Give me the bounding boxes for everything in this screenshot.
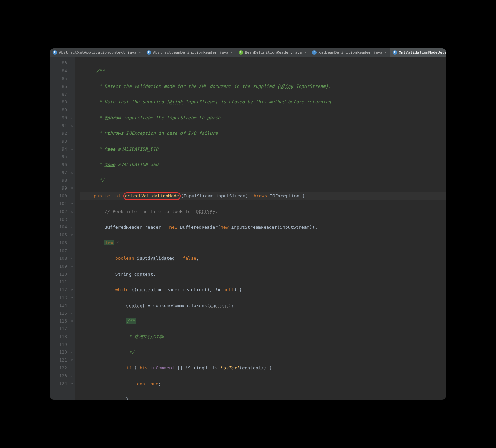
fold-marker[interactable] (69, 176, 75, 184)
fold-marker[interactable] (69, 138, 75, 145)
line-number[interactable]: 85 (50, 75, 67, 83)
fold-marker[interactable] (69, 192, 75, 200)
fold-marker[interactable]: ⊟ (69, 145, 75, 153)
fold-marker[interactable]: ⊟ (69, 356, 75, 364)
tab-label: XmlValidationModeDetector.java (399, 50, 446, 55)
line-number[interactable]: 103 (50, 216, 67, 224)
line-number[interactable]: 124 (50, 380, 67, 388)
line-number[interactable]: 99 (50, 184, 67, 192)
line-number[interactable]: 102 (50, 208, 67, 216)
line-number[interactable]: 86 (50, 83, 67, 91)
line-number[interactable]: 95 (50, 153, 67, 161)
line-number[interactable]: 100 (50, 192, 67, 200)
line-number[interactable]: 116 (50, 317, 67, 325)
line-number[interactable]: 98 (50, 176, 67, 184)
line-number[interactable]: 84 (50, 67, 67, 75)
fold-marker[interactable]: ⌐ (69, 380, 75, 388)
fold-marker[interactable]: ⊟ (69, 184, 75, 192)
line-number[interactable]: 87 (50, 91, 67, 99)
fold-marker[interactable] (69, 271, 75, 278)
code: String (115, 272, 134, 277)
line-number[interactable]: 97 (50, 169, 67, 177)
fold-marker[interactable] (69, 278, 75, 286)
line-number[interactable]: 93 (50, 138, 67, 145)
fold-marker[interactable] (69, 98, 75, 106)
line-number[interactable]: 109 (50, 263, 67, 271)
line-number[interactable]: 108 (50, 255, 67, 263)
fold-marker[interactable]: ⌐ (69, 294, 75, 302)
doc-see-tag: @see (104, 162, 115, 167)
fold-marker[interactable]: ⌐ (69, 286, 75, 294)
fold-marker[interactable] (69, 216, 75, 224)
fold-marker[interactable] (69, 91, 75, 99)
fold-marker[interactable] (69, 247, 75, 255)
fold-marker[interactable]: ⊟ (69, 317, 75, 325)
fold-marker[interactable]: ⊟ (69, 208, 75, 216)
fold-marker[interactable] (69, 59, 75, 67)
fold-marker[interactable]: ⌐ (69, 200, 75, 208)
fold-marker[interactable]: ⌐ (69, 255, 75, 263)
fold-marker[interactable] (69, 364, 75, 372)
line-number[interactable]: 112 (50, 286, 67, 294)
editor-tab[interactable]: CAbstractBeanDefinitionReader.java× (144, 48, 236, 57)
line-number[interactable]: 107 (50, 247, 67, 255)
doc-link-tag: @link (280, 84, 293, 89)
line-number[interactable]: 94 (50, 145, 67, 153)
close-icon[interactable]: × (304, 51, 306, 54)
fold-marker[interactable] (69, 75, 75, 83)
line-number[interactable]: 92 (50, 130, 67, 138)
line-number[interactable]: 121 (50, 356, 67, 364)
line-number[interactable]: 91 (50, 122, 67, 130)
editor-tab[interactable]: CAbstractXmlApplicationContext.java× (50, 48, 144, 57)
line-number[interactable]: 104 (50, 223, 67, 231)
doc-open: /** (126, 318, 135, 324)
line-number[interactable]: 110 (50, 271, 67, 278)
line-number[interactable]: 113 (50, 294, 67, 302)
fold-marker[interactable]: ⌐ (69, 309, 75, 317)
fold-marker[interactable]: ⊟ (69, 122, 75, 130)
editor-tab[interactable]: CXmlValidationModeDetector.java× (390, 48, 446, 57)
fold-marker[interactable]: ⌐ (69, 348, 75, 356)
fold-marker[interactable] (69, 130, 75, 138)
line-number[interactable]: 122 (50, 364, 67, 372)
field: inComment (151, 365, 175, 370)
fold-marker[interactable] (69, 325, 75, 333)
fold-marker[interactable]: ⌐ (69, 114, 75, 122)
fold-marker[interactable]: ⊟ (69, 263, 75, 271)
line-number[interactable]: 83 (50, 59, 67, 67)
line-number[interactable]: 106 (50, 239, 67, 247)
line-number[interactable]: 114 (50, 302, 67, 309)
close-icon[interactable]: × (231, 51, 233, 54)
fold-marker[interactable] (69, 106, 75, 114)
code-area[interactable]: /** * Detect the validation mode for the… (75, 57, 446, 400)
line-number[interactable]: 105 (50, 231, 67, 239)
editor-tab[interactable]: IBeanDefinitionReader.java× (236, 48, 310, 57)
fold-marker[interactable] (69, 83, 75, 91)
line-number[interactable]: 117 (50, 325, 67, 333)
line-number[interactable]: 111 (50, 278, 67, 286)
fold-marker[interactable] (69, 67, 75, 75)
fold-marker[interactable] (69, 341, 75, 349)
line-number[interactable]: 101 (50, 200, 67, 208)
fold-marker[interactable] (69, 333, 75, 341)
line-number[interactable]: 115 (50, 309, 67, 317)
fold-marker[interactable]: ⊟ (69, 169, 75, 177)
line-number[interactable]: 120 (50, 348, 67, 356)
fold-marker[interactable] (69, 161, 75, 169)
line-number[interactable]: 88 (50, 98, 67, 106)
line-number[interactable]: 123 (50, 372, 67, 380)
fold-marker[interactable] (69, 302, 75, 309)
line-number[interactable]: 89 (50, 106, 67, 114)
fold-marker[interactable] (69, 239, 75, 247)
line-number[interactable]: 90 (50, 114, 67, 122)
fold-marker[interactable] (69, 153, 75, 161)
close-icon[interactable]: × (385, 51, 387, 54)
fold-marker[interactable]: ⌐ (69, 372, 75, 380)
editor-tab[interactable]: CXmlBeanDefinitionReader.java× (309, 48, 390, 57)
line-number[interactable]: 119 (50, 341, 67, 349)
line-number[interactable]: 118 (50, 333, 67, 341)
fold-marker[interactable]: ⊟ (69, 231, 75, 239)
line-number[interactable]: 96 (50, 161, 67, 169)
fold-marker[interactable]: ⌐ (69, 223, 75, 231)
close-icon[interactable]: × (139, 51, 141, 54)
